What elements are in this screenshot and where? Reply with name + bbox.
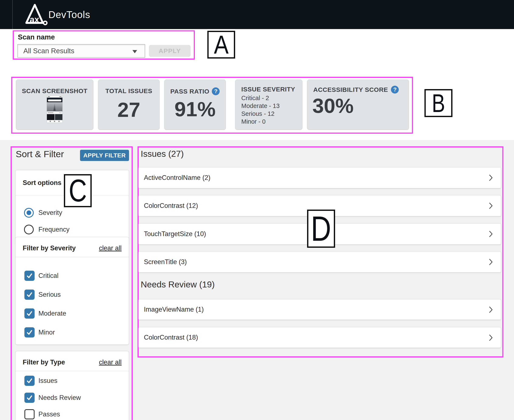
thumb-tiles: [47, 114, 62, 120]
total-issues-title: TOTAL ISSUES: [105, 87, 152, 95]
accessibility-score-value: 30%: [312, 94, 354, 117]
accessibility-score-card: ACCESSIBILITY SCORE ? 30%: [307, 80, 409, 130]
checkbox-passes-label: Passes: [38, 411, 60, 418]
severity-line-critical: Critical - 2: [241, 94, 302, 102]
chevron-right-icon: [489, 306, 493, 313]
svg-text:ax: ax: [30, 15, 39, 24]
checkbox-critical-label: Critical: [38, 272, 59, 280]
checkbox-serious-label: Serious: [38, 291, 61, 299]
issue-severity-title: ISSUE SEVERITY: [241, 86, 302, 93]
axe-logo-icon: ax: [24, 3, 48, 25]
axe-devtools-scan-results-page: ax DevTools Scan name All Scan Results A…: [0, 0, 514, 420]
checkbox-minor-label: Minor: [38, 329, 55, 336]
severity-line-serious: Serious - 12: [241, 110, 302, 118]
apply-filter-button[interactable]: APPLY FILTER: [80, 150, 129, 161]
total-issues-value: 27: [117, 98, 140, 121]
annotation-letter-b: B: [424, 89, 453, 117]
scan-screenshot-title: SCAN SCREENSHOT: [22, 87, 87, 95]
app-header: ax DevTools: [0, 0, 514, 29]
checkbox-passes[interactable]: [24, 409, 35, 419]
issue-row-activecontrolname[interactable]: ActiveControlName (2): [138, 167, 501, 188]
radio-frequency-label: Frequency: [38, 226, 69, 233]
accessibility-score-help-icon[interactable]: ?: [391, 86, 399, 94]
needs-review-heading: Needs Review (19): [141, 280, 215, 290]
chevron-right-icon: [489, 334, 493, 341]
scan-name-label: Scan name: [18, 33, 55, 41]
chevron-right-icon: [489, 231, 493, 237]
scan-screenshot-thumbnail: [47, 96, 62, 123]
chevron-right-icon: [489, 259, 493, 265]
annotation-letter-d: D: [307, 210, 335, 248]
annotation-letter-a: A: [207, 31, 235, 59]
issue-severity-card: ISSUE SEVERITY Critical - 2 Moderate - 1…: [235, 80, 302, 130]
filter-type-title: Filter by Type: [23, 359, 65, 366]
accessibility-score-title: ACCESSIBILITY SCORE: [313, 86, 388, 93]
checkbox-serious[interactable]: [24, 290, 35, 300]
scan-name-select[interactable]: All Scan Results: [17, 44, 145, 58]
issue-row-screentitle[interactable]: ScreenTitle (3): [138, 251, 501, 273]
checkbox-issues-label: Issues: [38, 377, 58, 385]
chevron-right-icon: [489, 202, 493, 209]
filter-type-clear-all[interactable]: clear all: [99, 359, 121, 366]
thumb-app-bar: [47, 98, 62, 102]
sort-filter-title: Sort & Filter: [16, 149, 64, 159]
chevron-right-icon: [489, 174, 493, 181]
severity-line-moderate: Moderate - 13: [241, 102, 302, 110]
apply-button[interactable]: APPLY: [149, 45, 191, 57]
checkbox-needs-review-label: Needs Review: [38, 394, 81, 402]
header-divider: [12, 0, 13, 29]
thumb-nav: [47, 120, 62, 123]
pass-ratio-card: PASS RATIO ? 91%: [164, 80, 226, 130]
review-row-colorcontrast[interactable]: ColorContrast (18): [138, 327, 501, 348]
radio-severity-label: Severity: [38, 209, 62, 217]
checkbox-critical[interactable]: [24, 271, 35, 281]
checkbox-moderate-label: Moderate: [38, 310, 66, 317]
severity-line-minor: Minor - 0: [241, 118, 302, 126]
radio-severity[interactable]: [24, 208, 34, 218]
checkbox-moderate[interactable]: [24, 308, 35, 319]
thumb-photo: [47, 102, 62, 111]
checkbox-needs-review[interactable]: [24, 393, 35, 403]
total-issues-card: TOTAL ISSUES 27: [98, 80, 159, 130]
review-row-imageviewname[interactable]: ImageViewName (1): [138, 299, 501, 320]
thumb-caption: [47, 111, 62, 114]
checkbox-issues[interactable]: [24, 376, 35, 386]
brand-title: DevTools: [48, 0, 90, 29]
issues-heading: Issues (27): [141, 149, 184, 159]
thumb-status-bar: [47, 96, 62, 98]
pass-ratio-value: 91%: [174, 98, 216, 121]
checkbox-minor[interactable]: [24, 327, 35, 338]
pass-ratio-help-icon[interactable]: ?: [212, 87, 220, 95]
radio-frequency[interactable]: [24, 225, 34, 234]
scan-select-value: All Scan Results: [23, 47, 74, 55]
annotation-letter-c: C: [64, 174, 92, 207]
pass-ratio-title: PASS RATIO: [170, 88, 210, 95]
filter-severity-clear-all[interactable]: clear all: [99, 244, 121, 252]
filter-severity-title: Filter by Severity: [23, 244, 76, 252]
select-dropdown-arrow-icon: [132, 50, 137, 53]
